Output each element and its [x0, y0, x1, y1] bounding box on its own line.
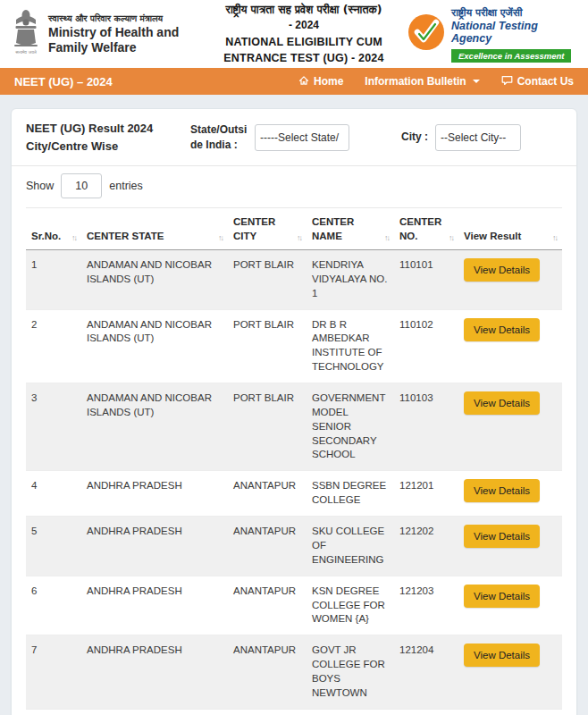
- cell-name: BHARATIYA VIDYA BHAVAN'S: [307, 709, 394, 715]
- cell-view-result: View Details: [458, 471, 562, 517]
- cell-view-result: View Details: [458, 309, 562, 383]
- column-header-label: CENTER STATE: [87, 230, 164, 244]
- cell-name: DR B R AMBEDKAR INSTITUTE OF TECHNOLOGY: [307, 309, 394, 383]
- filter-bar: NEET (UG) Result 2024 City/Centre Wise S…: [12, 109, 576, 166]
- chevron-down-icon: [473, 80, 480, 83]
- table-row: 2ANDAMAN AND NICOBAR ISLANDS (UT)PORT BL…: [26, 309, 562, 383]
- entries-label: entries: [109, 180, 143, 192]
- sort-icon[interactable]: ↑↓: [552, 232, 557, 243]
- nav-bulletin-label: Information Bulletin: [365, 75, 466, 88]
- cell-city: BHIMAVARAM: [228, 709, 307, 715]
- column-header-label: CENTER CITY: [233, 215, 294, 243]
- state-select-label: State/Outside India :: [190, 122, 248, 153]
- cell-view-result: View Details: [458, 250, 562, 310]
- cell-no: 121202: [394, 517, 458, 576]
- view-details-button[interactable]: View Details: [464, 525, 540, 548]
- cell-sr: 6: [26, 576, 81, 635]
- nta-name-hindi: राष्ट्रीय परीक्षा एजेंसी: [451, 6, 577, 19]
- sort-icon[interactable]: ↑↓: [71, 232, 76, 243]
- cell-name: GOVT JR COLLEGE FOR BOYS NEWTOWN: [307, 635, 394, 709]
- cell-view-result: View Details: [458, 517, 562, 576]
- results-table: Sr.No.↑↓CENTER STATE↑↓CENTER CITY↑↓CENTE…: [26, 207, 562, 715]
- sort-icon[interactable]: ↑↓: [297, 232, 301, 243]
- cell-state: ANDHRA PRADESH: [81, 517, 228, 576]
- cell-no: 110101: [394, 250, 458, 310]
- exam-title-year: - 2024: [200, 18, 407, 33]
- results-title-line1: NEET (UG) Result 2024: [26, 120, 167, 138]
- nav-home[interactable]: Home: [298, 75, 343, 88]
- view-details-button[interactable]: View Details: [464, 318, 540, 341]
- cell-sr: 5: [26, 517, 81, 576]
- cell-sr: 1: [26, 250, 81, 310]
- cell-no: 121201: [394, 471, 458, 517]
- cell-no: 121301: [394, 709, 458, 715]
- column-header-label: Sr.No.: [31, 230, 61, 244]
- contact-icon: [501, 75, 513, 88]
- sort-icon[interactable]: ↑↓: [449, 232, 453, 243]
- nav-contact-us[interactable]: Contact Us: [501, 75, 574, 88]
- sort-icon[interactable]: ↑↓: [218, 232, 223, 243]
- ministry-name-english-line2: Family Welfare: [48, 40, 179, 55]
- column-header-5[interactable]: CENTER NO.↑↓: [394, 208, 458, 250]
- results-table-header: Sr.No.↑↓CENTER STATE↑↓CENTER CITY↑↓CENTE…: [26, 208, 562, 250]
- cell-city: ANANTAPUR: [228, 635, 307, 709]
- cell-view-result: View Details: [458, 383, 562, 471]
- table-row: 4ANDHRA PRADESHANANTAPURSSBN DEGREE COLL…: [26, 471, 562, 517]
- cell-city: ANANTAPUR: [228, 471, 307, 517]
- exam-title-english-line1: NATIONAL ELIGIBILITY CUM: [200, 34, 407, 50]
- view-details-button[interactable]: View Details: [464, 644, 540, 667]
- column-header-6[interactable]: View Result↑↓: [458, 208, 562, 250]
- nta-checkmark-icon: [407, 13, 445, 55]
- exam-title-hindi: राष्ट्रीय पात्रता सह प्रवेश परीक्षा (स्न…: [200, 2, 407, 18]
- cell-state: ANDHRA PRADESH: [81, 471, 228, 517]
- nta-tagline: Excellence in Assessment: [451, 49, 571, 63]
- view-details-button[interactable]: View Details: [464, 585, 540, 608]
- cell-state: ANDAMAN AND NICOBAR ISLANDS (UT): [81, 309, 228, 383]
- table-row: 7ANDHRA PRADESHANANTAPURGOVT JR COLLEGE …: [26, 635, 562, 709]
- cell-name: KENDRIYA VIDYALAYA NO. 1: [307, 250, 394, 310]
- entries-count-select[interactable]: 10: [61, 173, 102, 198]
- state-select[interactable]: -----Select State/: [255, 124, 349, 151]
- cell-state: ANDHRA PRADESH: [81, 635, 228, 709]
- view-details-button[interactable]: View Details: [464, 391, 540, 415]
- nta-logo-block: राष्ट्रीय परीक्षा एजेंसी National Testin…: [407, 6, 577, 63]
- cell-name: GOVERNMENT MODEL SENIOR SECONDARY SCHOOL: [307, 383, 394, 471]
- navbar-brand: NEET (UG) – 2024: [14, 75, 113, 88]
- cell-state: ANDHRA PRADESH: [81, 576, 228, 635]
- exam-title: राष्ट्रीय पात्रता सह प्रवेश परीक्षा (स्न…: [200, 2, 407, 66]
- cell-sr: 3: [26, 383, 81, 471]
- column-header-4[interactable]: CENTER NAME↑↓: [307, 208, 394, 250]
- cell-name: SSBN DEGREE COLLEGE: [307, 471, 394, 517]
- cell-city: PORT BLAIR: [228, 309, 307, 383]
- cell-view-result: View Details: [458, 635, 562, 709]
- view-details-button[interactable]: View Details: [464, 479, 540, 502]
- nav-information-bulletin[interactable]: Information Bulletin: [365, 75, 479, 88]
- table-row: 3ANDAMAN AND NICOBAR ISLANDS (UT)PORT BL…: [26, 383, 562, 471]
- sort-icon[interactable]: ↑↓: [384, 232, 389, 243]
- show-entries-control: Show 10 entries: [12, 166, 576, 204]
- home-icon: [298, 75, 309, 88]
- column-header-label: CENTER NAME: [312, 215, 382, 243]
- site-header: सत्यमेव जयते स्वास्थ्य और परिवार कल्याण …: [0, 0, 588, 68]
- nta-name-english: National Testing Agency: [451, 20, 577, 45]
- results-table-body: 1ANDAMAN AND NICOBAR ISLANDS (UT)PORT BL…: [26, 250, 562, 715]
- city-select-label: City :: [401, 130, 428, 145]
- results-title: NEET (UG) Result 2024 City/Centre Wise: [26, 120, 167, 155]
- cell-view-result: View Details: [458, 576, 562, 635]
- column-header-3[interactable]: CENTER CITY↑↓: [228, 208, 307, 250]
- table-row: 6ANDHRA PRADESHANANTAPURKSN DEGREE COLLE…: [26, 576, 562, 635]
- cell-state: ANDAMAN AND NICOBAR ISLANDS (UT): [81, 250, 228, 310]
- city-select[interactable]: --Select City--: [435, 124, 521, 151]
- column-header-1[interactable]: Sr.No.↑↓: [26, 208, 81, 250]
- cell-no: 121204: [394, 635, 458, 709]
- nav-home-label: Home: [314, 75, 343, 88]
- cell-city: PORT BLAIR: [228, 250, 307, 310]
- cell-no: 110103: [394, 383, 458, 471]
- view-details-button[interactable]: View Details: [464, 258, 540, 282]
- cell-sr: 4: [26, 471, 81, 517]
- column-header-2[interactable]: CENTER STATE↑↓: [81, 208, 228, 250]
- cell-sr: 7: [26, 635, 81, 709]
- cell-name: KSN DEGREE COLLEGE FOR WOMEN {A}: [307, 576, 394, 635]
- svg-text:सत्यमेव जयते: सत्यमेव जयते: [14, 49, 37, 55]
- column-header-label: CENTER NO.: [399, 215, 446, 243]
